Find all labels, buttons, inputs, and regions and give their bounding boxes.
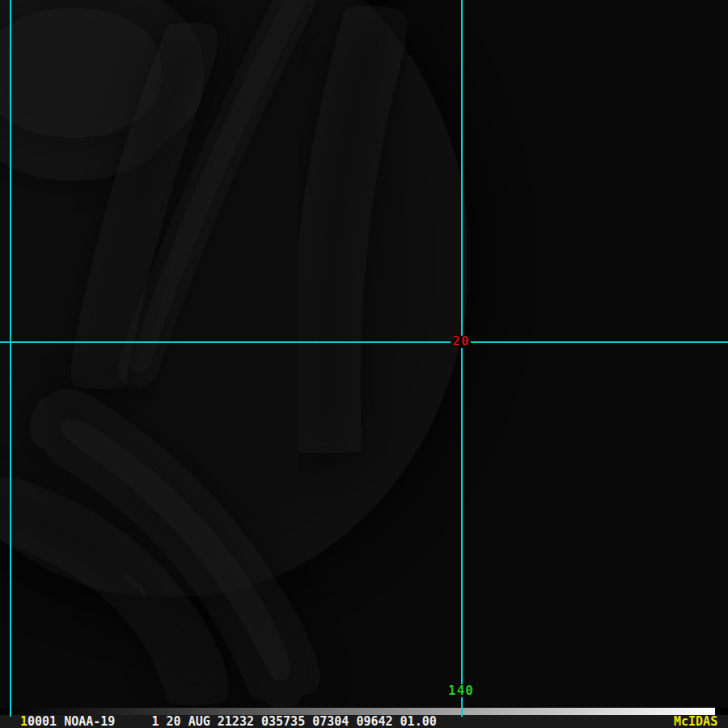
mcidas-window: 1 0001 NOAA-19 1 20 AUG 21232 035735 073… bbox=[0, 0, 728, 728]
longitude-gridline-140-middle-segment bbox=[461, 348, 463, 684]
status-bar: 1 0001 NOAA-19 1 20 AUG 21232 035735 073… bbox=[0, 715, 728, 728]
satellite-image-clouds bbox=[0, 0, 728, 708]
latitude-gridline-20-right-segment bbox=[471, 341, 728, 343]
latitude-label: 20 bbox=[452, 335, 469, 348]
mcidas-brand-label: McIDAS bbox=[674, 715, 717, 728]
longitude-gridline-left bbox=[10, 0, 11, 717]
longitude-gridline-140-bottom-segment bbox=[461, 697, 463, 717]
latitude-gridline-20-left-segment bbox=[0, 341, 451, 343]
satellite-image-canvas[interactable] bbox=[0, 0, 728, 708]
longitude-gridline-140-top-segment bbox=[461, 0, 463, 336]
longitude-label: 140 bbox=[448, 684, 474, 697]
frame-number: 1 bbox=[20, 715, 28, 728]
image-info-text: 0001 NOAA-19 1 20 AUG 21232 035735 07304… bbox=[28, 715, 437, 728]
